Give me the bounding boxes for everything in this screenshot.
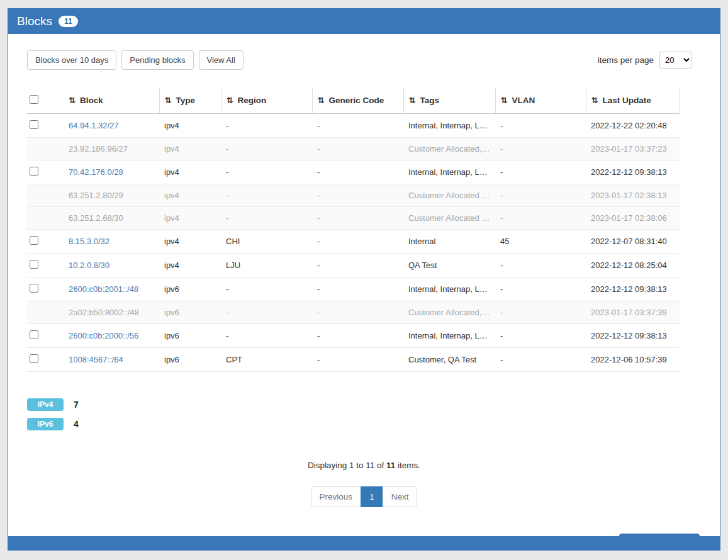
generic-code-cell: - [312, 160, 403, 184]
sort-icon: ⇅ [318, 96, 325, 105]
block-link[interactable]: 70.42.176.0/28 [69, 167, 123, 177]
last-update-cell: 2022-12-07 08:31:40 [586, 230, 680, 254]
vlan-cell: - [495, 114, 586, 138]
filter-button-view-all[interactable]: View All [199, 50, 244, 70]
badge-count: 7 [74, 400, 79, 410]
block-link[interactable]: 64.94.1.32/27 [69, 121, 119, 130]
row-checkbox-cell [27, 254, 64, 277]
last-update-cell: 2023-01-17 02:38:13 [586, 184, 680, 207]
region-cell: - [221, 301, 312, 324]
tags-cell: QA Test [403, 254, 495, 277]
block-link[interactable]: 10.2.0.8/30 [69, 260, 109, 270]
sort-icon: ⇅ [501, 96, 508, 105]
column-header-block[interactable]: ⇅Block [64, 87, 159, 114]
row-checkbox-cell [27, 277, 64, 301]
row-checkbox[interactable] [30, 120, 38, 129]
row-checkbox-cell [27, 324, 64, 348]
type-cell: ipv4 [159, 230, 221, 254]
type-cell: ipv4 [159, 160, 221, 184]
vlan-cell: - [495, 348, 586, 372]
last-update-cell: 2022-12-22 02:20:48 [586, 114, 680, 138]
next-page-button[interactable]: Next [383, 486, 418, 507]
tags-cell: Customer Allocated I… [403, 207, 495, 230]
type-cell: ipv4 [159, 114, 221, 138]
region-cell: CPT [221, 348, 312, 372]
column-header-tags[interactable]: ⇅Tags [403, 87, 495, 114]
filter-button-pending-blocks[interactable]: Pending blocks [121, 50, 193, 70]
select-all-checkbox[interactable] [30, 95, 38, 104]
type-cell: ipv4 [159, 138, 221, 160]
block-text: 2a02:b50:8002::/48 [69, 308, 139, 317]
last-update-cell: 2022-12-12 09:38:13 [586, 324, 680, 348]
block-cell: 1008:4567::/64 [64, 348, 159, 372]
column-header-last-update[interactable]: ⇅Last Update [586, 87, 680, 114]
type-cell: ipv6 [159, 324, 221, 348]
column-label: Type [176, 96, 195, 105]
column-header-type[interactable]: ⇅Type [159, 87, 221, 114]
type-cell: ipv4 [159, 207, 221, 230]
block-link[interactable]: 2600:c0b:2001::/48 [69, 284, 138, 294]
block-text: 63.251.2.80/29 [69, 191, 123, 200]
pagination: Previous 1 Next [27, 486, 701, 507]
filter-button-blocks-over-10-days[interactable]: Blocks over 10 days [27, 50, 116, 70]
last-update-cell: 2022-12-12 08:25:04 [586, 254, 680, 277]
page-title: Blocks [17, 14, 52, 28]
row-checkbox-cell [27, 160, 64, 184]
filter-buttons: Blocks over 10 daysPending blocksView Al… [27, 50, 244, 70]
type-cell: ipv4 [159, 184, 221, 207]
row-checkbox[interactable] [30, 236, 38, 245]
displaying-suffix: items. [395, 461, 420, 470]
block-text: 63.251.2.68/30 [69, 213, 123, 223]
column-header-region[interactable]: ⇅Region [221, 87, 312, 114]
column-header-vlan[interactable]: ⇅VLAN [495, 87, 586, 114]
previous-page-button[interactable]: Previous [311, 486, 362, 507]
region-cell: - [221, 114, 312, 138]
column-label: VLAN [512, 96, 535, 105]
summary-row-ipv4: IPv47 [27, 398, 701, 411]
table-row: 70.42.176.0/28ipv4--Internal, Internap, … [27, 160, 680, 184]
block-cell: 63.251.2.68/30 [64, 207, 159, 230]
row-checkbox[interactable] [30, 284, 38, 293]
table-row: 1008:4567::/64ipv6CPT-Customer, QA Test-… [27, 348, 680, 372]
last-update-cell: 2023-01-17 02:38:06 [586, 207, 680, 230]
region-cell: - [221, 277, 312, 301]
generic-code-cell: - [312, 114, 403, 138]
column-label: Generic Code [328, 96, 384, 105]
items-per-page-select[interactable]: 20 [659, 52, 692, 69]
vlan-cell: - [495, 324, 586, 348]
row-checkbox[interactable] [30, 330, 38, 339]
vlan-cell: - [495, 160, 586, 184]
block-cell: 70.42.176.0/28 [64, 160, 159, 184]
row-checkbox[interactable] [30, 354, 38, 363]
last-update-cell: 2023-01-17 03:37:23 [586, 138, 680, 160]
count-badge: 11 [59, 16, 78, 27]
block-cell: 10.2.0.8/30 [64, 254, 159, 277]
badge-count: 4 [74, 419, 79, 429]
summary-badges: IPv47IPv64 [27, 398, 701, 430]
tags-cell: Customer Allocated I… [403, 184, 495, 207]
region-cell: LJU [221, 254, 312, 277]
table-row: 64.94.1.32/27ipv4--Internal, Internap, L… [27, 114, 680, 138]
type-cell: ipv6 [159, 301, 221, 324]
block-link[interactable]: 8.15.3.0/32 [69, 237, 109, 246]
column-header-generic-code[interactable]: ⇅Generic Code [312, 87, 403, 114]
block-link[interactable]: 1008:4567::/64 [69, 355, 123, 364]
block-link[interactable]: 2600:c0b:2000::/56 [69, 331, 138, 340]
block-cell: 2a02:b50:8002::/48 [64, 301, 159, 324]
row-checkbox-cell [27, 184, 64, 207]
badge-ipv4: IPv4 [27, 398, 64, 411]
table-row: 2a02:b50:8002::/48ipv6--Customer Allocat… [27, 301, 680, 324]
generic-code-cell: - [312, 254, 403, 277]
row-checkbox[interactable] [30, 260, 38, 269]
row-checkbox-cell [27, 114, 64, 138]
column-label: Region [237, 96, 266, 105]
region-cell: - [221, 324, 312, 348]
displaying-text: Displaying 1 to 11 of 11 items. [27, 461, 701, 470]
page-1-button[interactable]: 1 [361, 486, 383, 507]
region-cell: - [221, 207, 312, 230]
badge-ipv6: IPv6 [27, 418, 64, 430]
table-row: 2600:c0b:2001::/48ipv6--Internal, Intern… [27, 277, 680, 301]
row-checkbox[interactable] [30, 167, 38, 176]
generic-code-cell: - [312, 230, 403, 254]
table-header-row: ⇅Block⇅Type⇅Region⇅Generic Code⇅Tags⇅VLA… [27, 87, 680, 114]
